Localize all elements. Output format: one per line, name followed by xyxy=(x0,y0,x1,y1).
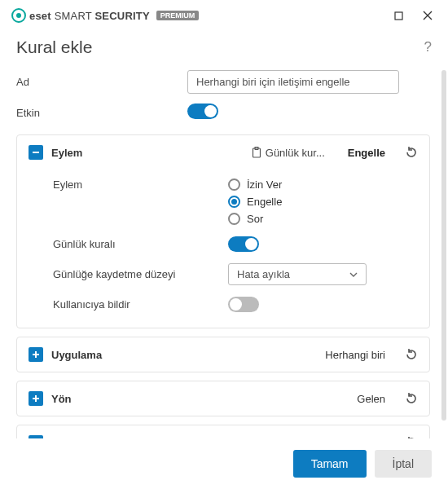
brand-text: eset SMART SECURITY xyxy=(29,10,150,22)
action-panel-body: Eylem İzin Ver Engelle Sor xyxy=(17,170,429,328)
notify-toggle[interactable] xyxy=(228,297,259,312)
action-panel-header[interactable]: Eylem Günlük kur... Engelle xyxy=(17,135,429,170)
direction-panel[interactable]: Yön Gelen xyxy=(16,381,430,416)
svg-rect-2 xyxy=(395,12,402,20)
titlebar: eset SMART SECURITY PREMIUM xyxy=(0,0,448,29)
radio-allow[interactable]: İzin Ver xyxy=(228,178,282,191)
log-rule-row: Günlük kuralı xyxy=(29,231,418,258)
action-choice-label: Eylem xyxy=(53,178,228,191)
log-rule-label: Günlük kuralı xyxy=(53,238,228,250)
footer: Tamam İptal xyxy=(0,438,448,489)
action-title: Eylem xyxy=(51,147,82,159)
direction-title: Yön xyxy=(51,393,72,405)
app-title: Uygulama xyxy=(51,349,102,361)
enabled-label: Etkin xyxy=(16,107,187,119)
radio-allow-label: İzin Ver xyxy=(247,178,282,191)
notify-row: Kullanıcıya bildir xyxy=(29,291,418,318)
eset-logo-icon xyxy=(11,8,26,23)
reset-icon[interactable] xyxy=(405,348,418,361)
direction-value: Gelen xyxy=(357,393,385,405)
log-rule-summary: Günlük kur... xyxy=(251,147,325,159)
expand-icon xyxy=(29,347,43,362)
radio-ask[interactable]: Sor xyxy=(228,213,282,225)
reset-icon[interactable] xyxy=(405,392,418,405)
name-input[interactable] xyxy=(187,70,399,94)
log-level-value: Hata ayıkla xyxy=(237,268,290,280)
name-row: Ad xyxy=(16,65,438,99)
header: Kural ekle ? xyxy=(0,29,448,62)
radio-icon xyxy=(228,196,240,208)
form-area: Ad Etkin Eylem Günlük kur... Engelle xyxy=(0,62,448,438)
brand-logo: eset SMART SECURITY PREMIUM xyxy=(11,8,199,23)
enabled-row: Etkin xyxy=(16,99,438,126)
premium-badge: PREMIUM xyxy=(156,11,200,20)
protocol-panel[interactable]: IP protocol TCP ve UDP xyxy=(16,425,430,438)
expand-icon xyxy=(29,435,43,438)
cancel-button[interactable]: İptal xyxy=(375,450,432,478)
app-panel[interactable]: Uygulama Herhangi biri xyxy=(16,337,430,372)
reset-icon[interactable] xyxy=(405,436,418,438)
help-icon[interactable]: ? xyxy=(424,39,432,55)
clipboard-icon xyxy=(251,147,262,158)
protocol-title: IP protocol xyxy=(51,437,107,439)
log-rule-toggle[interactable] xyxy=(228,236,259,252)
log-level-label: Günlüğe kaydetme düzeyi xyxy=(53,268,228,280)
enabled-toggle[interactable] xyxy=(187,104,218,119)
app-value: Herhangi biri xyxy=(325,349,385,361)
action-radio-group: İzin Ver Engelle Sor xyxy=(228,178,282,225)
log-level-select[interactable]: Hata ayıkla xyxy=(228,263,367,285)
action-summary: Engelle xyxy=(348,147,385,159)
scrollbar[interactable] xyxy=(441,70,446,421)
radio-block-label: Engelle xyxy=(247,196,282,208)
notify-label: Kullanıcıya bildir xyxy=(53,298,228,311)
chevron-down-icon xyxy=(349,271,358,279)
action-choice-row: Eylem İzin Ver Engelle Sor xyxy=(29,173,418,231)
action-panel: Eylem Günlük kur... Engelle Eylem xyxy=(16,134,430,328)
protocol-value: TCP ve UDP xyxy=(325,437,385,439)
radio-icon xyxy=(228,213,240,225)
radio-ask-label: Sor xyxy=(247,213,263,225)
radio-icon xyxy=(228,178,240,191)
log-level-row: Günlüğe kaydetme düzeyi Hata ayıkla xyxy=(29,258,418,291)
close-button[interactable] xyxy=(415,7,440,24)
svg-rect-3 xyxy=(33,152,39,153)
maximize-button[interactable] xyxy=(386,7,411,24)
reset-icon[interactable] xyxy=(405,146,418,159)
svg-point-1 xyxy=(16,13,21,18)
expand-icon xyxy=(29,391,43,406)
name-label: Ad xyxy=(16,76,187,88)
radio-block[interactable]: Engelle xyxy=(228,196,282,208)
page-title: Kural ekle xyxy=(16,37,92,57)
collapse-icon xyxy=(29,145,43,160)
ok-button[interactable]: Tamam xyxy=(293,450,367,478)
